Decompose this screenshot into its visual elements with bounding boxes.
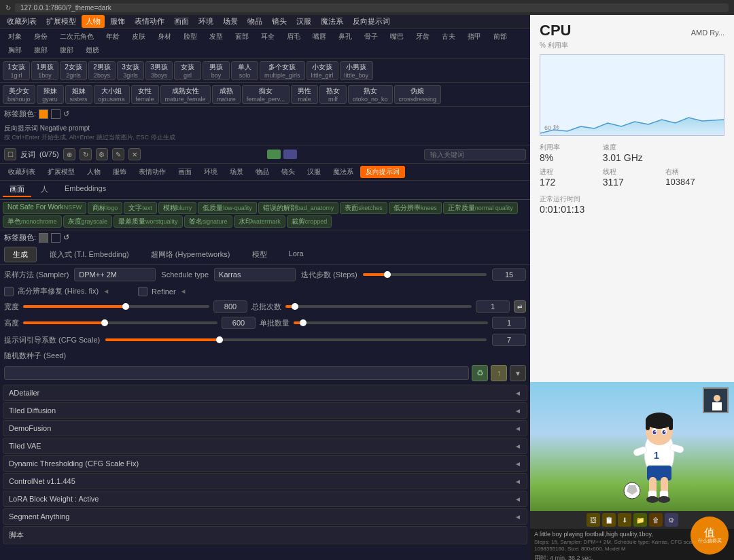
steps-input[interactable]: 15 [492,268,526,281]
cfg-input[interactable]: 7 [492,334,526,346]
sub-nav-front[interactable]: 前部 [488,31,512,43]
ptag-worstquality[interactable]: 最差质量worstquality [113,215,183,228]
pnav-location[interactable]: 场景 [224,166,249,178]
url-bar[interactable]: 127.0.0.1:7860/?_theme=dark [15,3,729,12]
tag-little-boy[interactable]: 小男孩little_boy [340,61,374,80]
pnav-person[interactable]: 人物 [82,166,106,178]
segment-header[interactable]: Segment Anything ◄ [3,509,527,524]
toggle-blue[interactable] [283,150,297,159]
ptag-text[interactable]: 文字text [124,202,157,214]
ptag-watermark[interactable]: 水印watermark [234,215,285,228]
gentab-generate[interactable]: 生成 [4,247,37,262]
ptag-logo[interactable]: 商标logo [88,202,122,214]
color-box-dark2[interactable] [39,233,48,243]
nav-item-clothing[interactable]: 服饰 [106,15,129,28]
tag-1boy[interactable]: 1男孩1boy [31,61,58,80]
hires-arrow[interactable]: ◄ [103,287,109,295]
nav-item-negative[interactable]: 反向提示词 [349,15,394,28]
tag-bishoujo[interactable]: 美少女bishoujo [3,85,35,104]
hires-checkbox[interactable] [4,287,14,296]
sub-nav-gufu[interactable]: 古夫 [436,31,461,43]
seed-extra-btn[interactable]: ▼ [510,365,526,381]
sub-nav-teeth[interactable]: 牙齿 [410,31,435,43]
tag-gyaru[interactable]: 辣妹gyaru [37,85,64,104]
ptag-cropped[interactable]: 裁剪cropped [287,215,332,228]
ptag-badanatomy[interactable]: 错误的解剖bad_anatomy [258,202,339,214]
nav-item-scene[interactable]: 画面 [170,15,193,28]
pnav-expression[interactable]: 表情动作 [133,166,171,178]
sub-nav-age[interactable]: 年龄 [101,31,125,43]
seed-random-btn[interactable]: ♻ [472,365,488,381]
sub-nav-face[interactable]: 脸型 [178,31,203,43]
icon-btn-4[interactable]: ✎ [112,148,124,160]
refiner-arrow[interactable]: ◄ [180,287,187,295]
tag-multiple-girls[interactable]: 多个女孩multiple_girls [260,61,305,80]
nav-item-magic[interactable]: 魔法系 [317,15,347,28]
icon-btn-3[interactable]: ⚙ [96,148,108,160]
sub-nav-object[interactable]: 对象 [3,31,27,43]
color-reset-icon[interactable]: ↺ [63,109,69,118]
height-slider[interactable] [23,317,217,328]
sampler-select[interactable]: DPM++ 2M [74,268,156,281]
sub-nav-mouth[interactable]: 嘴巴 [385,31,409,43]
tag-sisters[interactable]: 姐妹sisters [65,85,92,104]
refiner-checkbox[interactable] [138,287,147,296]
sub-nav-hair[interactable]: 发型 [204,31,228,43]
nav-item-person[interactable]: 人物 [82,15,105,28]
ptag-normalquality[interactable]: 正常质量normal quality [443,202,518,214]
img-tool-btn1[interactable]: 🖼 [587,513,600,527]
ptag-grayscale[interactable]: 灰度grayscale [63,215,113,228]
tag-3girls[interactable]: 3女孩3girls [117,61,144,80]
tag-milf[interactable]: 熟女milf [319,85,347,104]
pnav-collections[interactable]: 收藏列表 [3,166,41,178]
height-input[interactable]: 600 [222,317,256,329]
tag-female-perv[interactable]: 痴女female_perv... [242,85,290,104]
tag-2girls[interactable]: 2女孩2girls [60,61,87,80]
nav-item-hanfu[interactable]: 汉服 [292,15,315,28]
sub-nav-facial[interactable]: 面部 [230,31,254,43]
nav-item-collections[interactable]: 收藏列表 [3,15,41,28]
tiled-diffusion-header[interactable]: Tiled Diffusion ◄ [3,403,527,418]
tab-person[interactable]: 人 [34,183,55,197]
tag-girl[interactable]: 女孩girl [174,61,201,80]
tag-1girl[interactable]: 1女孩1girl [3,61,30,80]
ptag-signature[interactable]: 签名signature [184,215,232,228]
batch-size-input[interactable]: 1 [492,317,526,329]
pnav-expand[interactable]: 扩展模型 [42,166,80,178]
seed-input[interactable]: -1 [4,366,469,380]
pnav-scene[interactable]: 画面 [173,166,197,178]
color-reset-icon2[interactable]: ↺ [63,233,69,242]
sub-nav-nose[interactable]: 鼻孔 [333,31,357,43]
nav-item-env[interactable]: 环境 [194,15,217,28]
ptag-monochrome[interactable]: 单色monochrome [3,215,62,228]
pnav-magic[interactable]: 魔法系 [328,166,359,178]
img-tool-btn2[interactable]: 📋 [602,513,616,527]
tab-scene[interactable]: 画面 [3,183,31,197]
tag-boy[interactable]: 男孩boy [203,61,230,80]
sub-nav-skin[interactable]: 皮肤 [126,31,151,43]
nav-item-items[interactable]: 物品 [243,15,266,28]
img-tool-btn3[interactable]: ⬇ [618,513,631,527]
tag-otoko[interactable]: 熟女otoko_no_ko [348,85,393,104]
tab-embeddings[interactable]: Embeddings [58,183,113,197]
nav-item-lens[interactable]: 镜头 [268,15,291,28]
sub-nav-2d[interactable]: 二次元角色 [54,31,99,43]
sub-nav-brow[interactable]: 眉毛 [281,31,306,43]
gentab-embedding[interactable]: 嵌入式 (T.I. Embedding) [41,247,138,262]
pnav-clothing[interactable]: 服饰 [107,166,132,178]
schedule-select[interactable]: Karras [214,268,296,281]
tag-mature-female[interactable]: 成熟女性mature_female [160,85,211,104]
gentab-hypernetwork[interactable]: 超网络 (Hypernetworks) [142,247,239,262]
tiled-vae-header[interactable]: Tiled VAE ◄ [3,438,527,453]
pnav-negative[interactable]: 反向提示词 [360,166,405,178]
tag-female[interactable]: 女性female [131,85,159,104]
sub-nav-ear[interactable]: 耳全 [256,31,280,43]
batch-count-input[interactable]: 1 [476,300,510,313]
tag-male[interactable]: 男性male [291,85,318,104]
pnav-items[interactable]: 物品 [250,166,275,178]
sub-nav-lip[interactable]: 嘴唇 [307,31,332,43]
swap-dimensions-btn[interactable]: ⇄ [514,300,526,313]
sub-nav-body[interactable]: 身材 [152,31,177,43]
tag-crossdressing[interactable]: 伪娘crossdressing [394,85,442,104]
sub-nav-wings[interactable]: 翅膀 [80,44,105,56]
